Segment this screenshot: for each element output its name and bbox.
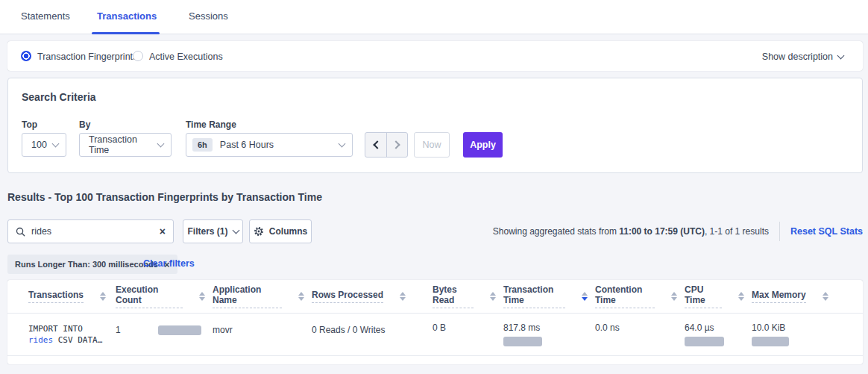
execution-count-bar [158, 325, 201, 335]
by-select-value: Transaction Time [89, 134, 158, 155]
sort-icon[interactable] [490, 292, 496, 301]
clear-filters-link[interactable]: Clear filters [143, 258, 195, 269]
column-header-max-memory[interactable]: Max Memory [744, 290, 863, 303]
search-icon [16, 227, 25, 237]
search-criteria-title: Search Criteria [22, 91, 96, 103]
view-toggle-card: Transaction Fingerprints Active Executio… [7, 41, 863, 71]
filters-button[interactable]: Filters (1) [183, 219, 243, 243]
apply-button[interactable]: Apply [463, 132, 503, 158]
time-window-pager [365, 132, 408, 158]
clear-search-icon[interactable]: × [160, 226, 166, 237]
table-name-link[interactable]: rides [28, 335, 53, 345]
now-button[interactable]: Now [414, 132, 450, 158]
by-field-label: By [79, 119, 90, 130]
transaction-time-bar [503, 337, 542, 346]
search-input[interactable] [31, 226, 160, 237]
tab-statements[interactable]: Statements [21, 10, 70, 22]
statement-line2: rides CSV DATA… [28, 334, 110, 346]
previous-time-window-button[interactable] [365, 133, 386, 157]
time-range-field-label: Time Range [186, 119, 236, 130]
next-time-window-button[interactable] [386, 133, 407, 157]
top-tab-bar: Statements Transactions Sessions [0, 0, 868, 34]
cpu-time-value: 64.0 µs [685, 322, 744, 333]
active-tab-underline [92, 32, 160, 34]
execution-count-cell: 1 [110, 314, 205, 355]
column-header-cpu-time[interactable]: CPU Time [677, 284, 744, 308]
vertical-divider [779, 222, 780, 241]
sort-icon[interactable] [100, 292, 106, 301]
column-header-rows-processed[interactable]: Rows Processed [304, 290, 425, 303]
transaction-statement-cell[interactable]: IMPORT INTO rides CSV DATA… [7, 314, 110, 355]
column-header-transaction-time[interactable]: Transaction Time [496, 284, 588, 308]
tab-sessions[interactable]: Sessions [189, 10, 228, 22]
top-select-value: 100 [31, 140, 47, 150]
top-select[interactable]: 100 [22, 133, 66, 157]
max-memory-bar [752, 337, 789, 346]
time-range-value: Past 6 Hours [220, 140, 274, 150]
columns-button[interactable]: Columns [249, 219, 312, 243]
sort-icon[interactable] [738, 292, 744, 301]
sort-icon[interactable] [582, 292, 588, 301]
table-row: IMPORT INTO rides CSV DATA… 1 movr 0 Rea… [7, 314, 863, 356]
cpu-time-cell: 64.0 µs [677, 314, 744, 355]
radio-active-executions[interactable] [133, 51, 143, 61]
results-search-box[interactable]: × [7, 219, 174, 243]
transactions-page: Statements Transactions Sessions Transac… [0, 0, 868, 374]
results-heading: Results - Top 100 Transaction Fingerprin… [7, 191, 322, 203]
sort-icon[interactable] [823, 292, 828, 301]
filter-pill-label: Runs Longer Than: 300 milliseconds [15, 260, 158, 269]
time-range-select[interactable]: 6h Past 6 Hours [186, 133, 353, 157]
results-table: Transactions Execution Count Application… [7, 280, 863, 364]
sort-icon[interactable] [199, 292, 205, 301]
filters-button-label: Filters (1) [187, 226, 227, 237]
gear-icon [254, 226, 264, 237]
execution-count-value: 1 [116, 325, 158, 335]
time-range-badge: 6h [192, 138, 213, 152]
sort-icon[interactable] [298, 292, 304, 301]
rows-processed-cell: 0 Reads / 0 Writes [304, 314, 425, 355]
by-select[interactable]: Transaction Time [79, 133, 172, 157]
column-header-execution-count[interactable]: Execution Count [110, 284, 205, 308]
bytes-read-cell: 0 B [425, 314, 496, 355]
radio-label-fingerprints[interactable]: Transaction Fingerprints [37, 52, 137, 62]
chevron-down-icon [837, 52, 845, 60]
column-header-application-name[interactable]: Application Name [205, 284, 304, 308]
max-memory-cell: 10.0 KiB [744, 314, 863, 355]
chevron-down-icon [52, 140, 60, 147]
top-field-label: Top [22, 119, 37, 130]
radio-label-active-executions[interactable]: Active Executions [149, 52, 223, 62]
chevron-down-icon [339, 140, 346, 147]
transaction-time-value: 817.8 ms [503, 322, 588, 333]
search-criteria-card: Search Criteria Top By Time Range 100 Tr… [7, 78, 863, 173]
sort-icon[interactable] [671, 292, 677, 301]
chevron-right-icon [391, 140, 400, 149]
transaction-time-cell: 817.8 ms [496, 314, 588, 355]
column-header-bytes-read[interactable]: Bytes Read [425, 284, 496, 308]
columns-button-label: Columns [269, 226, 307, 237]
show-description-label: Show description [762, 52, 833, 62]
aggregated-stats-line: Showing aggregated stats from 11:00 to 1… [493, 219, 863, 243]
sort-icon[interactable] [400, 292, 406, 301]
tab-transactions[interactable]: Transactions [97, 10, 157, 22]
radio-transaction-fingerprints[interactable] [21, 51, 31, 61]
stats-text: Showing aggregated stats from 11:00 to 1… [493, 226, 769, 237]
application-name-cell: movr [205, 314, 304, 355]
contention-time-cell: 0.0 ns [588, 314, 677, 355]
show-description-toggle[interactable]: Show description [762, 52, 843, 62]
column-header-contention-time[interactable]: Contention Time [588, 284, 677, 308]
table-header-row: Transactions Execution Count Application… [7, 280, 863, 314]
cpu-time-bar [685, 337, 724, 346]
chevron-down-icon [232, 226, 239, 234]
reset-sql-stats-link[interactable]: Reset SQL Stats [790, 226, 863, 237]
column-header-transactions[interactable]: Transactions [7, 290, 110, 303]
max-memory-value: 10.0 KiB [752, 322, 863, 333]
statement-line1: IMPORT INTO [28, 323, 110, 334]
chevron-left-icon [373, 140, 381, 149]
